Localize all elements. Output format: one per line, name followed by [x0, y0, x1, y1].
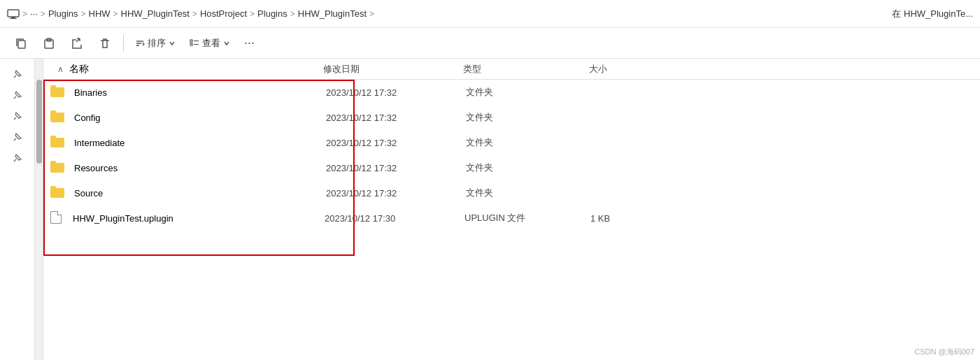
svg-rect-2: [10, 18, 17, 19]
more-options-btn[interactable]: ···: [239, 33, 260, 53]
breadcrumb-ellipsis[interactable]: ···: [30, 8, 38, 19]
breadcrumb-monitor[interactable]: [7, 9, 20, 19]
folder-icon: [50, 110, 66, 124]
file-rows-container: Binaries 2023/10/12 17:32 文件夹 Config 202…: [43, 80, 980, 231]
pin-icon-2[interactable]: [6, 85, 29, 105]
svg-rect-3: [18, 41, 25, 48]
breadcrumb-sep-4: >: [192, 9, 197, 19]
folder-icon: [50, 186, 66, 200]
table-row[interactable]: Resources 2023/10/12 17:32 文件夹: [43, 155, 980, 180]
table-row[interactable]: Config 2023/10/12 17:32 文件夹: [43, 105, 980, 130]
sort-btn[interactable]: 排序: [129, 32, 181, 55]
delete-btn[interactable]: [92, 32, 118, 55]
file-date: 2023/10/12 17:32: [326, 188, 466, 199]
share-btn[interactable]: [64, 32, 90, 55]
file-list: ∧ 名称 修改日期 类型 大小 Binaries 2023/10/12 17:3…: [43, 59, 980, 360]
breadcrumb-hhw-plugintest-1[interactable]: HHW_PluginTest: [121, 8, 190, 19]
col-header-date[interactable]: 修改日期: [323, 63, 463, 75]
file-name: Binaries: [74, 87, 326, 98]
pin-icon-1[interactable]: [6, 64, 29, 84]
collapse-up-btn[interactable]: ∧: [57, 64, 64, 74]
file-name: Resources: [74, 163, 326, 173]
svg-rect-1: [11, 17, 15, 18]
breadcrumb-plugins-2[interactable]: Plugins: [257, 8, 287, 19]
breadcrumb-sep-2: >: [81, 9, 86, 19]
view-btn[interactable]: 查看: [184, 32, 236, 55]
folder-icon: [50, 161, 66, 175]
file-date: 2023/10/12 17:32: [326, 87, 466, 98]
file-name: Source: [74, 188, 326, 199]
copy-btn[interactable]: [8, 32, 34, 55]
breadcrumb-hostproject[interactable]: HostProject: [200, 8, 247, 19]
sort-label: 排序: [148, 37, 166, 50]
svg-rect-0: [8, 10, 19, 17]
breadcrumb-bar: > ··· > Plugins > HHW > HHW_PluginTest >…: [0, 0, 980, 28]
file-date: 2023/10/12 17:32: [326, 113, 466, 123]
column-header: ∧ 名称 修改日期 类型 大小: [43, 59, 980, 80]
watermark: CSDN @海码007: [914, 347, 974, 357]
file-name: Intermediate: [74, 138, 326, 148]
file-name: HHW_PluginTest.uplugin: [73, 213, 325, 224]
table-row[interactable]: HHW_PluginTest.uplugin 2023/10/12 17:30 …: [43, 206, 980, 231]
folder-icon: [50, 136, 66, 150]
table-row[interactable]: Source 2023/10/12 17:32 文件夹: [43, 180, 980, 206]
breadcrumb-sep-0: >: [22, 9, 27, 19]
breadcrumb-sep-1: >: [41, 9, 45, 19]
col-header-name[interactable]: 名称: [69, 63, 89, 75]
breadcrumb-sep-6: >: [290, 9, 295, 19]
file-date: 2023/10/12 17:30: [325, 213, 464, 224]
breadcrumb-hhw-plugintest-2[interactable]: HHW_PluginTest: [298, 8, 367, 19]
breadcrumb-right-text: 在 HHW_PluginTe...: [892, 8, 973, 20]
breadcrumb-hhw[interactable]: HHW: [89, 8, 111, 19]
col-header-type[interactable]: 类型: [463, 63, 589, 75]
file-type: 文件夹: [466, 136, 592, 149]
toolbar-divider: [123, 35, 124, 52]
pin-icon-5[interactable]: [6, 148, 29, 168]
breadcrumb-sep-7: >: [369, 9, 374, 19]
file-date: 2023/10/12 17:32: [326, 138, 466, 148]
breadcrumb-plugins-1[interactable]: Plugins: [48, 8, 78, 19]
file-icon: [50, 211, 62, 225]
view-label: 查看: [202, 37, 220, 50]
table-row[interactable]: Intermediate 2023/10/12 17:32 文件夹: [43, 130, 980, 155]
paste-btn[interactable]: [36, 32, 62, 55]
pin-icon-3[interactable]: [6, 106, 29, 126]
file-name: Config: [74, 113, 326, 123]
svg-rect-6: [190, 40, 192, 42]
table-row[interactable]: Binaries 2023/10/12 17:32 文件夹: [43, 80, 980, 105]
main-area: ∧ 名称 修改日期 类型 大小 Binaries 2023/10/12 17:3…: [0, 59, 980, 360]
scrollbar-thumb[interactable]: [36, 80, 42, 164]
svg-rect-7: [190, 43, 192, 45]
file-date: 2023/10/12 17:32: [326, 163, 466, 173]
file-type: 文件夹: [466, 161, 592, 174]
file-type: UPLUGIN 文件: [464, 212, 590, 224]
folder-icon: [50, 85, 66, 99]
file-type: 文件夹: [466, 111, 592, 124]
file-type: 文件夹: [466, 187, 592, 199]
toolbar: 排序 查看 ···: [0, 28, 980, 59]
breadcrumb-sep-3: >: [113, 9, 118, 19]
pin-icon-4[interactable]: [6, 127, 29, 147]
file-type: 文件夹: [466, 86, 592, 99]
file-size: 1 KB: [590, 213, 674, 224]
col-header-size[interactable]: 大小: [589, 63, 673, 75]
vertical-scrollbar[interactable]: [35, 59, 43, 360]
breadcrumb-sep-5: >: [250, 9, 255, 19]
sidebar: [0, 59, 35, 360]
